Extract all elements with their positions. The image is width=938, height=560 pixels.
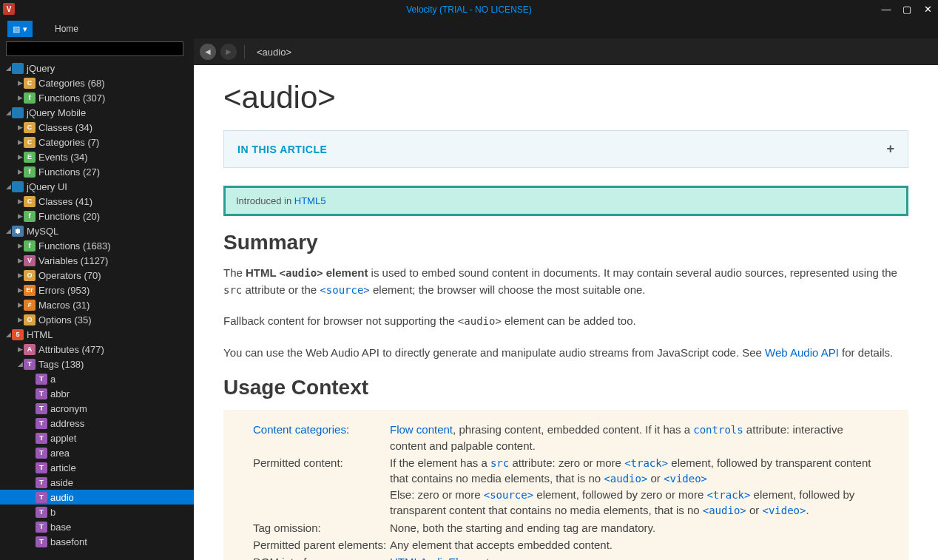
tree-node-options-35-[interactable]: ▶OOptions (35): [0, 312, 194, 327]
tree-node-jquery-ui[interactable]: ◢jQuery UI: [0, 179, 194, 194]
tree-node-b[interactable]: Tb: [0, 505, 194, 519]
tree-node-base[interactable]: Tbase: [0, 519, 194, 534]
forward-button[interactable]: ►: [220, 44, 237, 60]
minimize-button[interactable]: —: [876, 0, 897, 18]
tree-label: a: [50, 374, 55, 385]
content-categories-link[interactable]: Content categories: [253, 423, 346, 436]
sidebar: ◢jQuery▶CCategories (68)▶fFunctions (307…: [0, 38, 194, 560]
collapse-icon[interactable]: ◢: [16, 360, 24, 368]
usage-table: Content categories: Flow content, phrasi…: [223, 410, 908, 560]
collapse-icon[interactable]: ◢: [4, 183, 12, 190]
tree-node-area[interactable]: Tarea: [0, 445, 194, 460]
tree-node-functions-1683-[interactable]: ▶fFunctions (1683): [0, 238, 194, 253]
breadcrumb: <audio>: [257, 47, 291, 58]
expand-icon[interactable]: ▶: [16, 153, 24, 161]
doc-tree[interactable]: ◢jQuery▶CCategories (68)▶fFunctions (307…: [0, 61, 194, 560]
toc-box[interactable]: IN THIS ARTICLE +: [223, 130, 908, 168]
tree-node-macros-31-[interactable]: ▶#Macros (31): [0, 297, 194, 312]
tree-label: Operators (70): [38, 270, 101, 281]
tree-node-functions-307-[interactable]: ▶fFunctions (307): [0, 90, 194, 105]
tree-node-jquery-mobile[interactable]: ◢jQuery Mobile: [0, 105, 194, 120]
tree-label: jQuery Mobile: [27, 107, 86, 118]
tree-node-basefont[interactable]: Tbasefont: [0, 534, 194, 549]
summary-p3: You can use the Web Audio API to directl…: [223, 345, 908, 362]
content-area: ◄ ► <audio> <audio> IN THIS ARTICLE + In…: [194, 38, 938, 560]
search-input[interactable]: [6, 41, 183, 56]
collapse-icon[interactable]: ◢: [4, 109, 12, 116]
flow-content-link[interactable]: Flow content: [390, 423, 453, 436]
close-button[interactable]: ✕: [917, 0, 938, 18]
tree-label: Functions (20): [38, 211, 100, 222]
tree-node-categories-7-[interactable]: ▶CCategories (7): [0, 135, 194, 149]
tree-node-applet[interactable]: Tapplet: [0, 431, 194, 445]
page-title: <audio>: [223, 80, 908, 115]
tree-node-acronym[interactable]: Tacronym: [0, 401, 194, 416]
expand-icon[interactable]: ▶: [16, 79, 24, 87]
tree-node-a[interactable]: Ta: [0, 371, 194, 386]
tree-node-html[interactable]: ◢5HTML: [0, 327, 194, 342]
category-icon: A: [24, 344, 36, 355]
back-button[interactable]: ◄: [200, 44, 216, 60]
tree-node-variables-1127-[interactable]: ▶VVariables (1127): [0, 253, 194, 268]
category-icon: T: [36, 418, 47, 429]
tree-node-classes-41-[interactable]: ▶CClasses (41): [0, 194, 194, 209]
tree-label: base: [50, 522, 71, 533]
tree-node-functions-27-[interactable]: ▶fFunctions (27): [0, 164, 194, 179]
expand-icon[interactable]: ▶: [16, 138, 24, 146]
tree-node-operators-70-[interactable]: ▶OOperators (70): [0, 268, 194, 283]
expand-icon[interactable]: ▶: [16, 242, 24, 249]
category-icon: f: [24, 166, 36, 178]
expand-icon[interactable]: ▶: [16, 168, 24, 175]
expand-icon[interactable]: ▶: [16, 271, 24, 279]
toc-expand-icon[interactable]: +: [886, 141, 894, 157]
tree-label: address: [50, 418, 84, 429]
tree-node-address[interactable]: Taddress: [0, 416, 194, 431]
tree-node-functions-20-[interactable]: ▶fFunctions (20): [0, 209, 194, 223]
expand-icon[interactable]: ▶: [16, 212, 24, 220]
source-link[interactable]: <source>: [320, 283, 369, 296]
category-icon: T: [36, 462, 47, 473]
tree-node-article[interactable]: Tarticle: [0, 460, 194, 475]
collapse-icon[interactable]: ◢: [4, 331, 12, 338]
maximize-button[interactable]: ▢: [897, 0, 917, 18]
tree-node-jquery[interactable]: ◢jQuery: [0, 61, 194, 75]
dom-interface-link[interactable]: HTMLAudioElement: [390, 556, 489, 560]
tree-node-errors-953-[interactable]: ▶ErErrors (953): [0, 283, 194, 297]
expand-icon[interactable]: ▶: [16, 345, 24, 353]
nav-divider: [244, 45, 245, 58]
tree-node-tags-138-[interactable]: ◢TTags (138): [0, 357, 194, 371]
intro-link[interactable]: HTML5: [294, 195, 326, 206]
collapse-icon[interactable]: ◢: [4, 64, 12, 72]
collapse-icon[interactable]: ◢: [4, 227, 12, 235]
tree-node-attributes-477-[interactable]: ▶AAttributes (477): [0, 342, 194, 357]
parent-elements-label: Permitted parent elements:: [253, 537, 390, 553]
tree-label: Functions (307): [38, 92, 105, 104]
tree-node-mysql[interactable]: ◢MySQL: [0, 223, 194, 238]
app-menu-button[interactable]: ▥ ▾: [7, 21, 33, 37]
tree-node-events-34-[interactable]: ▶EEvents (34): [0, 149, 194, 164]
category-icon: [12, 63, 24, 74]
category-icon: T: [36, 492, 47, 503]
expand-icon[interactable]: ▶: [16, 198, 24, 205]
menu-home[interactable]: Home: [47, 24, 86, 34]
tree-label: Functions (27): [38, 166, 100, 178]
expand-icon[interactable]: ▶: [16, 124, 24, 131]
expand-icon[interactable]: ▶: [16, 257, 24, 264]
tree-node-categories-68-[interactable]: ▶CCategories (68): [0, 75, 194, 90]
tree-node-audio[interactable]: Taudio: [0, 490, 194, 505]
web-audio-api-link[interactable]: Web Audio API: [765, 346, 839, 359]
menu-bar: ▥ ▾ Home: [0, 19, 938, 38]
tree-node-aside[interactable]: Taside: [0, 475, 194, 490]
expand-icon[interactable]: ▶: [16, 94, 24, 101]
tree-label: Functions (1683): [38, 240, 111, 252]
category-icon: C: [24, 137, 36, 148]
document-view[interactable]: <audio> IN THIS ARTICLE + Introduced in …: [194, 65, 938, 560]
tree-label: Classes (41): [38, 196, 92, 207]
expand-icon[interactable]: ▶: [16, 301, 24, 308]
expand-icon[interactable]: ▶: [16, 316, 24, 323]
expand-icon[interactable]: ▶: [16, 286, 24, 294]
tree-label: jQuery UI: [27, 181, 67, 192]
tree-node-classes-34-[interactable]: ▶CClasses (34): [0, 120, 194, 135]
tree-node-abbr[interactable]: Tabbr: [0, 386, 194, 401]
tree-label: abbr: [50, 388, 70, 399]
